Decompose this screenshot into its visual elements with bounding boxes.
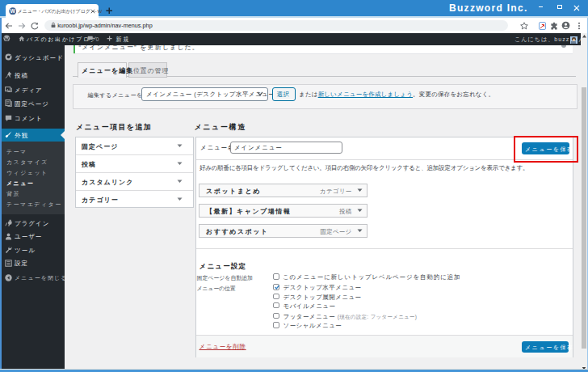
svg-text:W: W [10, 8, 15, 14]
